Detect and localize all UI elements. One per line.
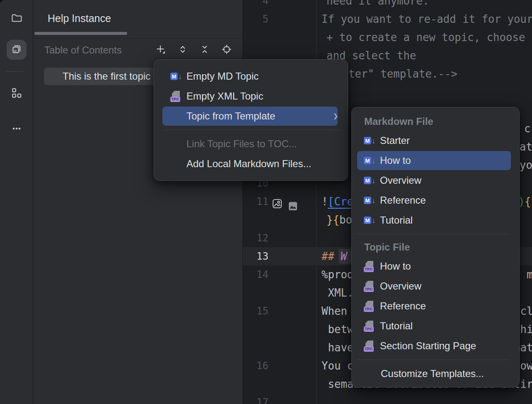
editor-line-4: 4need it anymore. <box>243 0 532 10</box>
menu-item-label: Overview <box>380 175 421 186</box>
menu-item-label: Tutorial <box>380 214 413 226</box>
toolbar-button-locate[interactable] <box>222 45 232 55</box>
toc-header-bar: Table of Contents <box>33 39 242 61</box>
topic-file-icon: TPC <box>364 281 376 292</box>
menu-item-empty-xml-topic[interactable]: TPCEmpty XML Topic <box>154 86 348 106</box>
code-text: c <box>524 119 530 138</box>
menu-item-add-local-markdown-files[interactable]: Add Local Markdown Files... <box>154 154 348 174</box>
menu-item-empty-md-topic[interactable]: M↓Empty MD Topic <box>154 66 348 86</box>
menu-item-topic-from-template[interactable]: Topic from Template› <box>154 106 348 126</box>
menu-separator <box>357 234 510 234</box>
panel-title: Help Instance <box>48 12 111 24</box>
line-number: 15 <box>243 302 268 320</box>
line-number: 11 <box>243 192 268 211</box>
markdown-file-icon: M↓ <box>364 217 376 224</box>
markdown-file-icon: M↓ <box>364 177 376 185</box>
menu-item-label: Customize Templates... <box>381 368 484 380</box>
template-item-markdown-reference[interactable]: M↓Reference <box>352 190 519 210</box>
code-text: XML. <box>322 284 353 302</box>
line-number: 12 <box>243 229 268 247</box>
line-number: 16 <box>243 357 268 375</box>
menu-item-label: How to <box>380 155 411 166</box>
template-item-markdown-how-to[interactable]: M↓How to <box>352 151 519 170</box>
template-item-topic-reference[interactable]: TPCReference <box>352 296 519 316</box>
new-topic-context-menu: M↓Empty MD TopicTPCEmpty XML TopicTopic … <box>154 59 348 181</box>
line-number: 14 <box>243 265 268 284</box>
template-item-markdown-starter[interactable]: M↓Starter <box>352 131 519 151</box>
line-number: 4 <box>243 0 268 10</box>
topic-file-icon: TPC <box>364 301 376 312</box>
menu-item-label: Reference <box>380 195 426 206</box>
stripe-divider <box>6 71 24 72</box>
menu-item-label: Reference <box>380 300 426 312</box>
template-item-markdown-tutorial[interactable]: M↓Tutorial <box>352 210 519 230</box>
topic-file-icon: TPC <box>364 341 376 352</box>
menu-section-header-markdown-file: Markdown File <box>352 112 519 131</box>
markdown-file-icon: M↓ <box>170 73 183 80</box>
menu-item-link-topic-files-to-toc[interactable]: Link Topic Files to TOC... <box>154 134 348 154</box>
menu-item-label: Overview <box>380 280 421 292</box>
code-text: bo <box>339 211 352 229</box>
markdown-file-icon: M↓ <box>364 197 376 204</box>
add-icon <box>156 44 166 56</box>
locate-icon <box>222 44 232 56</box>
toolbar-button-collapse-all[interactable] <box>200 45 210 55</box>
menu-item-label: Link Topic Files to TOC... <box>186 138 297 150</box>
copies-icon <box>11 43 22 56</box>
toc-toolbar <box>156 45 232 55</box>
stripe-button-structure[interactable] <box>7 84 27 104</box>
code-text: W <box>341 247 347 265</box>
tool-window-stripe <box>0 0 33 404</box>
toc-title: Table of Contents <box>44 44 122 56</box>
code-text: If you want to re-add it for your re <box>322 10 532 28</box>
collapse-all-icon <box>200 44 210 56</box>
app-window: 4need it anymore.5If you want to re-add … <box>0 0 532 404</box>
topic-file-icon: TPC <box>364 261 376 272</box>
template-item-topic-how-to[interactable]: TPCHow to <box>352 256 519 276</box>
topic-from-template-submenu: Markdown FileM↓StarterM↓How toM↓Overview… <box>351 107 520 387</box>
panel-header: Help Instance <box>33 0 242 39</box>
menu-separator <box>162 130 339 130</box>
editor-wrapped-line: + to create a new topic, choose t <box>243 28 532 46</box>
line-number: 13 <box>243 247 268 265</box>
stripe-button-folder[interactable] <box>7 9 27 29</box>
code-text: at <box>520 138 532 156</box>
stripe-button-copies[interactable] <box>7 40 27 60</box>
code-text: ter" template.--> <box>348 65 457 83</box>
more-icon <box>11 123 22 136</box>
folder-icon <box>11 12 22 25</box>
menu-item-label: Empty MD Topic <box>186 71 259 82</box>
code-text: yo <box>520 156 532 174</box>
template-item-topic-overview[interactable]: TPCOverview <box>352 276 519 296</box>
template-item-markdown-overview[interactable]: M↓Overview <box>352 170 519 190</box>
toolbar-button-expand-all[interactable] <box>178 45 188 55</box>
template-item-topic-tutorial[interactable]: TPCTutorial <box>352 316 519 336</box>
stripe-button-more[interactable] <box>7 119 27 139</box>
code-text: ## <box>322 247 334 265</box>
toc-tree-item-selected[interactable]: This is the first topic <box>44 68 160 85</box>
menu-item-label: Starter <box>380 135 410 146</box>
submenu-arrow-icon: › <box>334 107 338 123</box>
code-text: }{ <box>326 211 339 229</box>
code-text: { <box>525 192 531 211</box>
toolbar-button-add[interactable] <box>156 45 166 55</box>
code-text: ! <box>322 192 328 211</box>
markdown-file-icon: M↓ <box>364 137 376 145</box>
template-item-topic-section-starting-page[interactable]: TPCSection Starting Page <box>352 336 519 356</box>
menu-section-header-topic-file: Topic File <box>352 238 519 256</box>
topic-file-icon: TPC <box>364 321 376 332</box>
expand-all-icon <box>178 44 188 56</box>
structure-icon <box>11 88 22 100</box>
menu-item-label: How to <box>380 260 411 272</box>
menu-item-label: Tutorial <box>380 320 413 332</box>
line-number: 5 <box>243 10 268 28</box>
menu-item-customize-templates[interactable]: Customize Templates... <box>352 364 519 384</box>
menu-item-label: Topic from Template <box>186 110 275 122</box>
markdown-file-icon: M↓ <box>364 157 376 165</box>
editor-line-17: 17 <box>243 393 532 404</box>
editor-line-5: 5If you want to re-add it for your re <box>243 10 532 28</box>
menu-separator <box>357 360 510 360</box>
code-text: + to create a new topic, choose t <box>326 28 532 46</box>
toc-item-label: This is the first topic <box>63 68 150 85</box>
code-text: need it anymore. <box>326 0 429 10</box>
